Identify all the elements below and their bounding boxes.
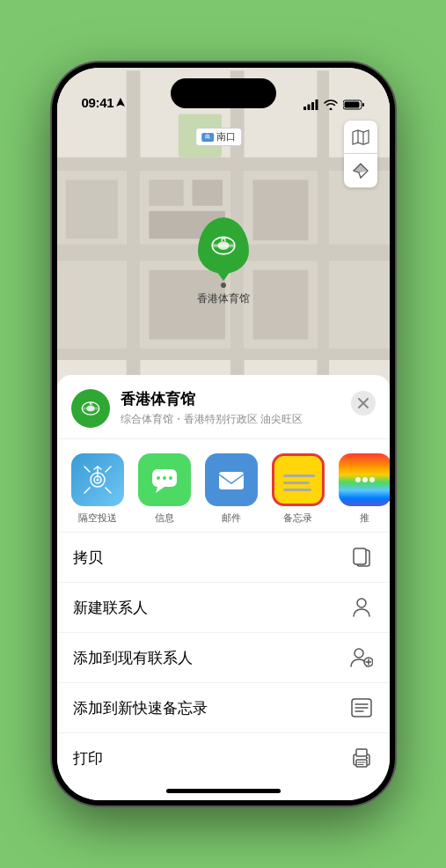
svg-rect-34 <box>221 237 222 241</box>
svg-rect-69 <box>356 760 367 767</box>
svg-point-46 <box>96 479 99 482</box>
location-description: 综合体育馆・香港特别行政区 油尖旺区 <box>121 412 351 427</box>
svg-rect-5 <box>362 103 364 107</box>
svg-rect-23 <box>192 180 222 206</box>
signal-icon <box>303 99 318 110</box>
more-icon <box>339 453 390 506</box>
share-item-more[interactable]: 推 <box>339 453 390 525</box>
exit-icon: 出 <box>201 133 214 142</box>
svg-point-51 <box>169 476 172 480</box>
mail-icon <box>205 453 258 506</box>
svg-point-58 <box>357 599 366 607</box>
marker-dot <box>221 283 226 288</box>
share-item-airdrop[interactable]: 隔空投送 <box>71 453 124 525</box>
phone-frame: 09:41 <box>52 63 395 805</box>
svg-rect-19 <box>57 261 127 348</box>
svg-point-50 <box>163 476 166 480</box>
add-contact-label: 添加到现有联系人 <box>73 648 193 668</box>
svg-rect-57 <box>354 548 366 564</box>
map-label-text: 南口 <box>216 130 236 143</box>
stadium-marker: 香港体育馆 <box>197 217 250 306</box>
map-type-button[interactable] <box>344 121 377 154</box>
share-item-notes[interactable]: 备忘录 <box>272 453 325 525</box>
copy-label: 拷贝 <box>73 548 103 568</box>
action-row-copy[interactable]: 拷贝 <box>57 533 390 583</box>
svg-point-72 <box>365 757 367 759</box>
svg-rect-39 <box>82 407 99 409</box>
home-indicator <box>166 789 281 793</box>
svg-rect-2 <box>311 102 314 110</box>
battery-icon <box>343 99 365 110</box>
wifi-icon <box>324 99 338 110</box>
marker-pin <box>198 217 249 274</box>
svg-point-54 <box>362 477 368 482</box>
svg-rect-40 <box>90 402 91 405</box>
location-arrow-icon <box>353 163 369 179</box>
copy-icon <box>349 545 374 570</box>
svg-rect-21 <box>329 261 390 348</box>
svg-rect-52 <box>219 472 244 489</box>
svg-rect-6 <box>344 102 359 108</box>
svg-rect-1 <box>307 105 310 111</box>
location-header: 香港体育馆 综合体育馆・香港特别行政区 油尖旺区 <box>57 375 390 439</box>
new-contact-label: 新建联系人 <box>73 598 148 618</box>
svg-rect-25 <box>252 180 308 240</box>
svg-rect-8 <box>57 158 390 172</box>
svg-rect-0 <box>303 107 306 110</box>
bottom-sheet: 香港体育馆 综合体育馆・香港特别行政区 油尖旺区 <box>57 375 390 800</box>
svg-point-59 <box>355 649 363 658</box>
svg-rect-41 <box>91 402 91 405</box>
airdrop-label: 隔空投送 <box>78 511 117 525</box>
action-row-quick-notes[interactable]: 添加到新快速备忘录 <box>57 683 390 733</box>
print-icon <box>349 746 374 770</box>
phone-screen: 09:41 <box>57 68 390 800</box>
messages-icon <box>138 453 191 506</box>
svg-marker-48 <box>156 487 165 493</box>
close-button[interactable] <box>351 391 376 416</box>
more-label: 推 <box>360 511 369 525</box>
location-info: 香港体育馆 综合体育馆・香港特别行政区 油尖旺区 <box>121 389 351 427</box>
action-row-new-contact[interactable]: 新建联系人 <box>57 583 390 633</box>
svg-rect-68 <box>356 749 367 756</box>
location-icon-circle <box>71 389 110 428</box>
map-controls <box>344 121 377 188</box>
share-row: 隔空投送 信息 <box>57 439 390 533</box>
map-icon <box>352 129 369 146</box>
action-row-add-contact[interactable]: 添加到现有联系人 <box>57 633 390 683</box>
status-icons <box>303 99 365 110</box>
messages-label: 信息 <box>155 511 174 525</box>
action-row-print[interactable]: 打印 <box>57 733 390 783</box>
svg-point-53 <box>355 477 361 482</box>
svg-rect-26 <box>65 180 117 239</box>
status-time: 09:41 <box>82 95 114 110</box>
notes-icon <box>272 453 325 506</box>
print-label: 打印 <box>73 748 103 769</box>
location-name: 香港体育馆 <box>121 389 351 409</box>
map-location-label: 出 南口 <box>195 128 242 146</box>
person-icon <box>349 595 374 620</box>
svg-rect-10 <box>57 348 390 360</box>
share-item-messages[interactable]: 信息 <box>138 453 191 525</box>
notes-label: 备忘录 <box>283 511 312 525</box>
quick-note-icon <box>349 695 374 720</box>
svg-rect-35 <box>224 237 225 241</box>
share-item-mail[interactable]: 邮件 <box>205 453 258 525</box>
svg-point-55 <box>369 477 375 482</box>
add-person-icon <box>349 645 374 670</box>
marker-label: 香港体育馆 <box>197 291 250 306</box>
svg-rect-22 <box>149 180 183 206</box>
location-arrow-icon <box>116 98 125 108</box>
svg-point-49 <box>157 476 160 480</box>
mail-label: 邮件 <box>222 511 241 525</box>
dynamic-island <box>171 78 276 108</box>
svg-rect-27 <box>252 270 308 340</box>
quick-notes-label: 添加到新快速备忘录 <box>73 698 208 718</box>
svg-rect-3 <box>315 99 318 110</box>
airdrop-icon <box>71 453 124 506</box>
location-button[interactable] <box>344 154 377 188</box>
action-list: 拷贝 新建联系人 <box>57 533 390 783</box>
